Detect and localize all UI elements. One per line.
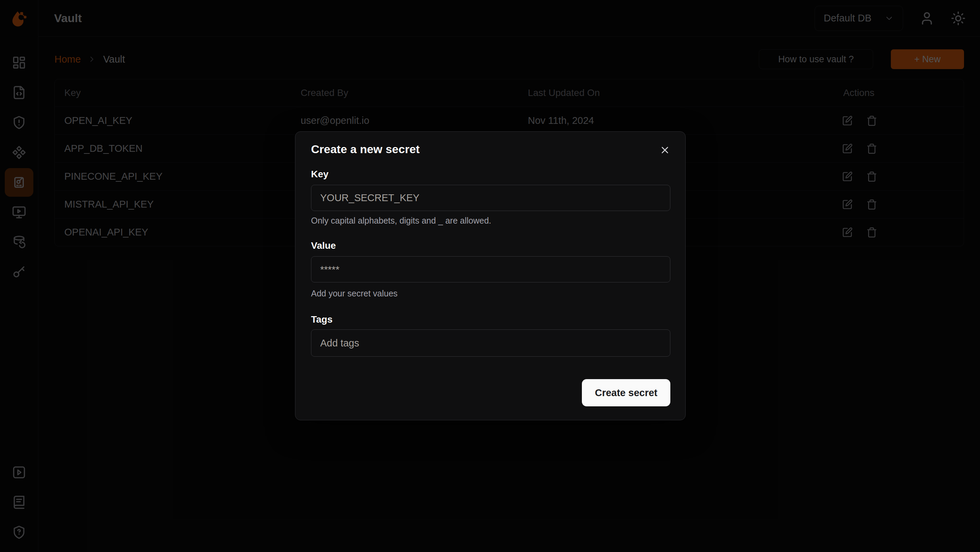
tags-field-group: Tags bbox=[311, 315, 670, 357]
close-icon bbox=[659, 145, 670, 156]
create-secret-dialog: Create a new secret Key Only capital alp… bbox=[295, 131, 686, 420]
dialog-footer: Create secret bbox=[311, 379, 670, 406]
tags-field-label: Tags bbox=[311, 315, 670, 325]
close-dialog-button[interactable] bbox=[659, 145, 670, 156]
create-secret-submit-button[interactable]: Create secret bbox=[582, 379, 670, 406]
value-field-group: Value Add your secret values bbox=[311, 240, 670, 298]
dialog-title: Create a new secret bbox=[311, 143, 670, 156]
tags-input[interactable] bbox=[311, 329, 670, 357]
key-field-label: Key bbox=[311, 169, 670, 179]
value-input[interactable] bbox=[311, 256, 670, 282]
value-field-label: Value bbox=[311, 240, 670, 251]
key-input[interactable] bbox=[311, 185, 670, 211]
value-field-hint: Add your secret values bbox=[311, 289, 670, 298]
key-field-hint: Only capital alphabets, digits and _ are… bbox=[311, 216, 670, 225]
key-field-group: Key Only capital alphabets, digits and _… bbox=[311, 169, 670, 225]
